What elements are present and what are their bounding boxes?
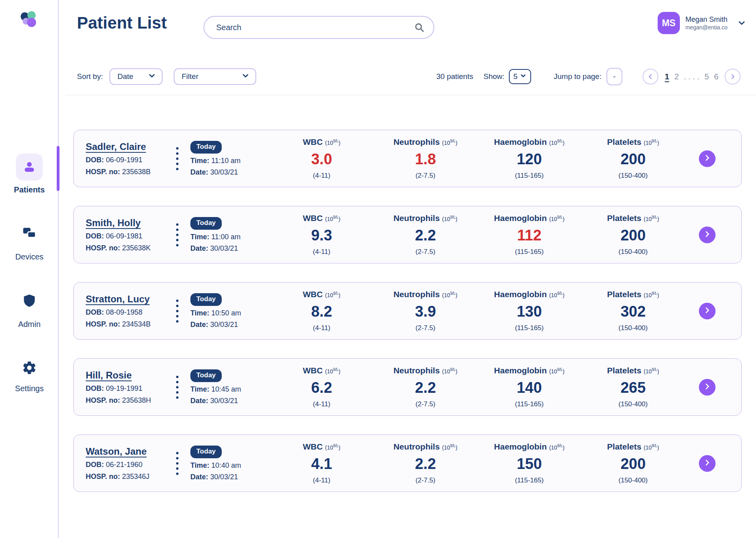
metric-value: 3.0 xyxy=(270,151,374,168)
metric-value: 200 xyxy=(581,227,685,244)
kebab-menu-icon[interactable] xyxy=(172,376,182,399)
metric-label: Neutrophils xyxy=(393,442,440,451)
metric-unit: (109/L) xyxy=(644,292,659,298)
sidebar-item-devices[interactable]: Devices xyxy=(0,226,59,261)
search-bar xyxy=(203,16,434,39)
chevron-down-icon xyxy=(520,72,527,81)
metric-neutrophils: Neutrophils (109/L) 2.2 (2-7.5) xyxy=(374,366,478,408)
patient-name-link[interactable]: Sadler, Claire xyxy=(86,141,146,152)
page-ellipsis: . . . . xyxy=(684,72,699,81)
metric-unit: (109/L) xyxy=(549,292,564,298)
date-value: 30/03/21 xyxy=(210,321,238,329)
open-patient-button[interactable] xyxy=(699,303,716,319)
metric-value: 4.1 xyxy=(270,455,374,473)
page-number[interactable]: 6 xyxy=(714,72,718,81)
metric-value: 2.2 xyxy=(374,379,478,396)
metric-value: 1.8 xyxy=(374,151,478,168)
jump-to-page-input[interactable] xyxy=(606,68,622,85)
dob-value: 08-09-1958 xyxy=(106,308,142,316)
date-label: Date: xyxy=(190,473,208,481)
metric-range: (2-7.5) xyxy=(374,400,478,408)
metric-platelets: Platelets (109/L) 200 (150-400) xyxy=(581,137,685,180)
sample-timing: Today Time: 11:10 am Date: 30/03/21 xyxy=(190,141,270,177)
kebab-menu-icon[interactable] xyxy=(172,147,182,170)
patient-card: Smith, Holly DOB: 06-09-1981 HOSP. no: 2… xyxy=(73,206,742,263)
hosp-no-label: HOSP. no: xyxy=(86,473,120,480)
dob-value: 06-21-1960 xyxy=(106,461,142,469)
kebab-menu-icon[interactable] xyxy=(172,300,182,323)
page-number[interactable]: 5 xyxy=(704,72,709,81)
kebab-menu-icon[interactable] xyxy=(172,452,182,475)
time-label: Time: xyxy=(190,309,209,317)
open-patient-button[interactable] xyxy=(699,379,716,396)
patient-identity: Smith, Holly DOB: 06-09-1981 HOSP. no: 2… xyxy=(86,217,172,252)
metric-wbc: WBC (109/L) 6.2 (4-11) xyxy=(270,366,374,408)
open-patient-button[interactable] xyxy=(699,150,716,167)
gear-icon xyxy=(22,360,37,377)
metric-label: Neutrophils xyxy=(393,366,440,375)
time-label: Time: xyxy=(190,157,209,165)
chevron-right-icon xyxy=(703,382,711,392)
date-value: 30/03/21 xyxy=(210,168,238,176)
show-label: Show: xyxy=(484,67,505,86)
patient-name-link[interactable]: Watson, Jane xyxy=(86,446,147,457)
sort-dropdown[interactable]: Date xyxy=(109,68,163,85)
page-number[interactable]: 2 xyxy=(674,72,679,81)
date-label: Date: xyxy=(190,168,208,176)
sample-timing: Today Time: 10:40 am Date: 30/03/21 xyxy=(190,446,270,481)
metric-range: (2-7.5) xyxy=(374,172,478,180)
sidebar-item-settings[interactable]: Settings xyxy=(0,360,59,393)
kebab-menu-icon[interactable] xyxy=(172,223,182,246)
metric-unit: (109/L) xyxy=(442,216,457,222)
dob-label: DOB: xyxy=(86,461,104,469)
patient-name-link[interactable]: Stratton, Lucy xyxy=(86,294,150,305)
hosp-no-label: HOSP. no: xyxy=(86,396,120,404)
open-patient-button[interactable] xyxy=(699,227,716,243)
patient-card: Stratton, Lucy DOB: 08-09-1958 HOSP. no:… xyxy=(73,282,742,340)
user-menu[interactable]: MS Megan Smith megan@entia.co xyxy=(658,12,746,34)
metric-unit: (109/L) xyxy=(644,444,659,451)
metric-range: (4-11) xyxy=(270,477,374,484)
dob-value: 06-09-1991 xyxy=(106,156,142,164)
patient-name-link[interactable]: Smith, Holly xyxy=(86,217,141,229)
dob-label: DOB: xyxy=(86,156,104,164)
page-number[interactable]: 1 xyxy=(665,72,669,81)
next-page-button[interactable] xyxy=(725,69,741,85)
metric-label: Haemoglobin xyxy=(494,366,547,375)
metric-range: (115-165) xyxy=(478,400,581,408)
metric-unit: (109/L) xyxy=(325,444,340,451)
patient-identity: Stratton, Lucy DOB: 08-09-1958 HOSP. no:… xyxy=(86,294,172,329)
prev-page-button[interactable] xyxy=(643,69,658,85)
patient-count: 30 patients xyxy=(436,67,473,86)
search-input[interactable] xyxy=(204,23,414,32)
metric-range: (150-400) xyxy=(581,324,685,332)
metric-value: 130 xyxy=(478,303,581,320)
search-icon[interactable] xyxy=(414,22,425,33)
metric-range: (115-165) xyxy=(478,324,581,332)
sidebar-item-admin[interactable]: Admin xyxy=(0,293,59,329)
metric-label: WBC xyxy=(303,442,322,451)
show-per-page-select[interactable]: 5 xyxy=(509,69,531,84)
avatar: MS xyxy=(658,12,680,34)
metric-platelets: Platelets (109/L) 302 (150-400) xyxy=(581,290,685,332)
sidebar-item-patients[interactable]: Patients xyxy=(0,154,59,194)
metric-label: WBC xyxy=(303,213,322,223)
filter-dropdown[interactable]: Filter xyxy=(174,68,256,85)
metric-unit: (109/L) xyxy=(644,216,659,222)
toolbar: Sort by: Date Filter 30 patients Show: 5… xyxy=(59,67,756,86)
pagination: 1 2 . . . . 5 6 xyxy=(643,67,741,86)
patient-name-link[interactable]: Hill, Rosie xyxy=(86,370,132,381)
hosp-no-label: HOSP. no: xyxy=(86,320,120,328)
open-patient-button[interactable] xyxy=(699,455,716,472)
metric-range: (115-165) xyxy=(478,172,581,180)
metric-neutrophils: Neutrophils (109/L) 2.2 (2-7.5) xyxy=(374,213,478,256)
metric-wbc: WBC (109/L) 9.3 (4-11) xyxy=(270,213,374,256)
metric-value: 200 xyxy=(581,151,685,168)
metric-value: 120 xyxy=(478,151,581,168)
metric-unit: (109/L) xyxy=(325,216,340,222)
jump-to-page-label: Jump to page: xyxy=(554,67,601,86)
chevron-down-icon[interactable] xyxy=(737,18,746,28)
show-value: 5 xyxy=(513,72,518,81)
patient-card: Sadler, Claire DOB: 06-09-1991 HOSP. no:… xyxy=(73,130,742,187)
metric-label: Haemoglobin xyxy=(494,290,547,299)
